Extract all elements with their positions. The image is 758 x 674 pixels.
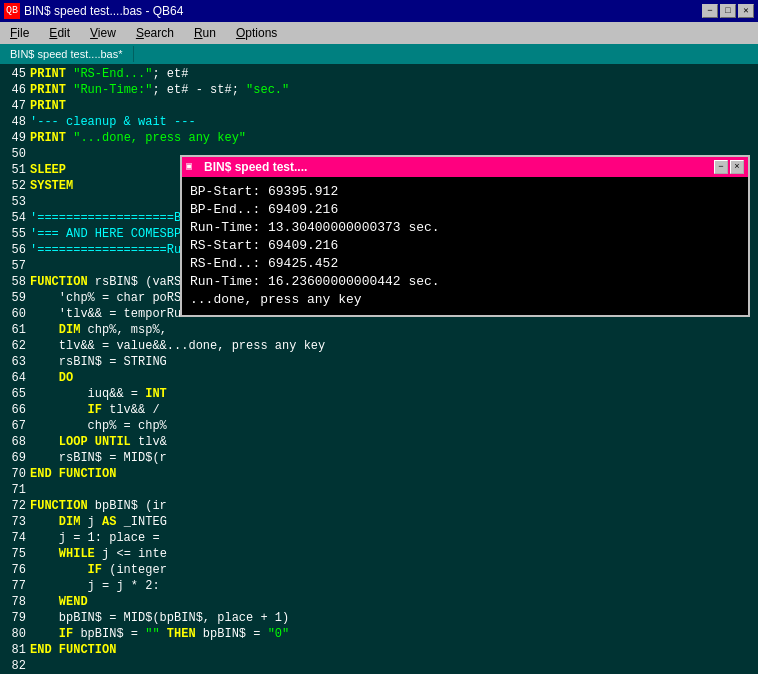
line-content: PRINT	[30, 98, 66, 114]
line-number: 55	[0, 226, 30, 242]
line-number: 68	[0, 434, 30, 450]
title-controls: − □ ✕	[702, 4, 754, 18]
line-number: 48	[0, 114, 30, 130]
line-number: 57	[0, 258, 30, 274]
menu-view[interactable]: View	[84, 24, 122, 42]
code-line: 47PRINT	[0, 98, 758, 114]
maximize-button[interactable]: □	[720, 4, 736, 18]
code-line: 67 chp% = chp%	[0, 418, 758, 434]
line-number: 62	[0, 338, 30, 354]
line-content: '--- cleanup & wait ---	[30, 114, 196, 130]
popup-close-button[interactable]: ×	[730, 160, 744, 174]
line-number: 81	[0, 642, 30, 658]
popup-line: ...done, press any key	[190, 291, 740, 309]
menu-run[interactable]: Run	[188, 24, 222, 42]
line-content: PRINT "Run-Time:"; et# - st#; "sec."	[30, 82, 289, 98]
popup-titlebar[interactable]: ▣ BIN$ speed test.... − ×	[182, 157, 748, 177]
line-number: 65	[0, 386, 30, 402]
popup-window: ▣ BIN$ speed test.... − × BP-Start: 6939…	[180, 155, 750, 317]
code-line: 80 IF bpBIN$ = "" THEN bpBIN$ = "0"	[0, 626, 758, 642]
popup-line: BP-End..: 69409.216	[190, 201, 740, 219]
line-number: 61	[0, 322, 30, 338]
line-number: 47	[0, 98, 30, 114]
line-number: 51	[0, 162, 30, 178]
code-line: 61 DIM chp%, msp%,	[0, 322, 758, 338]
line-number: 56	[0, 242, 30, 258]
line-number: 63	[0, 354, 30, 370]
code-line: 65 iuq&& = INT	[0, 386, 758, 402]
title-bar: QB BIN$ speed test....bas - QB64 − □ ✕	[0, 0, 758, 22]
menu-search[interactable]: Search	[130, 24, 180, 42]
line-number: 77	[0, 578, 30, 594]
line-content: PRINT "RS-End..."; et#	[30, 66, 188, 82]
line-content: WEND	[30, 594, 88, 610]
line-number: 82	[0, 658, 30, 674]
line-number: 54	[0, 210, 30, 226]
line-content: tlv&& = value&&...done, press any key	[30, 338, 325, 354]
code-line: 75 WHILE j <= inte	[0, 546, 758, 562]
line-content: END FUNCTION	[30, 466, 116, 482]
window-title: BIN$ speed test....bas - QB64	[24, 4, 702, 18]
tab-bar: BIN$ speed test....bas*	[0, 44, 758, 64]
line-number: 78	[0, 594, 30, 610]
menu-file[interactable]: File	[4, 24, 35, 42]
line-content: IF tlv&& /	[30, 402, 160, 418]
line-content: j = j * 2:	[30, 578, 160, 594]
code-line: 81END FUNCTION	[0, 642, 758, 658]
code-line: 78 WEND	[0, 594, 758, 610]
popup-line: RS-Start: 69409.216	[190, 237, 740, 255]
line-number: 50	[0, 146, 30, 162]
line-number: 80	[0, 626, 30, 642]
line-number: 46	[0, 82, 30, 98]
popup-minimize-button[interactable]: −	[714, 160, 728, 174]
line-content: IF bpBIN$ = "" THEN bpBIN$ = "0"	[30, 626, 289, 642]
popup-line: RS-End..: 69425.452	[190, 255, 740, 273]
menu-options[interactable]: Options	[230, 24, 283, 42]
code-line: 66 IF tlv&& /	[0, 402, 758, 418]
menu-bar: File Edit View Search Run Options	[0, 22, 758, 44]
line-content: bpBIN$ = MID$(bpBIN$, place + 1)	[30, 610, 289, 626]
line-content: END FUNCTION	[30, 642, 116, 658]
code-line: 46PRINT "Run-Time:"; et# - st#; "sec."	[0, 82, 758, 98]
line-content: FUNCTION bpBIN$ (ir	[30, 498, 167, 514]
line-number: 73	[0, 514, 30, 530]
popup-line: Run-Time: 16.23600000000442 sec.	[190, 273, 740, 291]
line-content: PRINT "...done, press any key"	[30, 130, 246, 146]
code-line: 73 DIM j AS _INTEG	[0, 514, 758, 530]
close-button[interactable]: ✕	[738, 4, 754, 18]
line-number: 75	[0, 546, 30, 562]
line-content: DIM chp%, msp%,	[30, 322, 167, 338]
line-number: 71	[0, 482, 30, 498]
line-number: 45	[0, 66, 30, 82]
line-content: IF (integer	[30, 562, 167, 578]
line-number: 66	[0, 402, 30, 418]
line-number: 70	[0, 466, 30, 482]
popup-title: BIN$ speed test....	[204, 160, 712, 174]
code-line: 76 IF (integer	[0, 562, 758, 578]
line-number: 59	[0, 290, 30, 306]
minimize-button[interactable]: −	[702, 4, 718, 18]
line-number: 64	[0, 370, 30, 386]
line-number: 76	[0, 562, 30, 578]
code-line: 74 j = 1: place =	[0, 530, 758, 546]
line-number: 60	[0, 306, 30, 322]
line-number: 79	[0, 610, 30, 626]
line-content: DO	[30, 370, 73, 386]
code-line: 62 tlv&& = value&&...done, press any key	[0, 338, 758, 354]
line-number: 58	[0, 274, 30, 290]
code-line: 68 LOOP UNTIL tlv&	[0, 434, 758, 450]
active-tab[interactable]: BIN$ speed test....bas*	[0, 46, 134, 62]
line-content: rsBIN$ = MID$(r	[30, 450, 167, 466]
line-number: 52	[0, 178, 30, 194]
line-content: j = 1: place =	[30, 530, 160, 546]
code-line: 77 j = j * 2:	[0, 578, 758, 594]
line-number: 49	[0, 130, 30, 146]
line-content: chp% = chp%	[30, 418, 167, 434]
popup-content: BP-Start: 69395.912BP-End..: 69409.216Ru…	[182, 177, 748, 315]
line-number: 74	[0, 530, 30, 546]
code-line: 71	[0, 482, 758, 498]
code-line: 70END FUNCTION	[0, 466, 758, 482]
menu-edit[interactable]: Edit	[43, 24, 76, 42]
line-number: 67	[0, 418, 30, 434]
code-line: 79 bpBIN$ = MID$(bpBIN$, place + 1)	[0, 610, 758, 626]
